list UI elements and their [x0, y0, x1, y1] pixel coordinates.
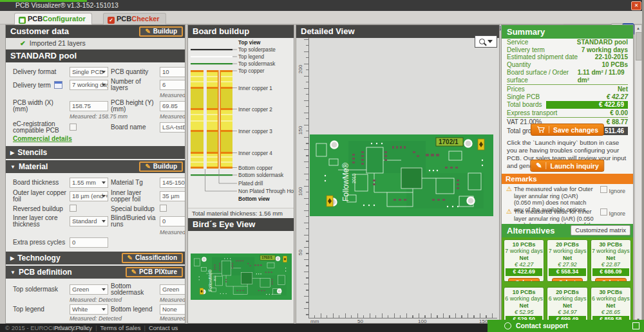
- wand-icon: ✎: [128, 254, 133, 261]
- top-soldermask-select[interactable]: Green: [70, 284, 108, 295]
- field-label: Top soldermask: [13, 286, 67, 293]
- pcb-width-input[interactable]: 158.75: [70, 101, 108, 111]
- top-legend-select[interactable]: White: [70, 304, 108, 315]
- buildup-button[interactable]: ✎Buildup: [139, 26, 183, 37]
- zoom-control[interactable]: [475, 35, 497, 48]
- stencils-section-header[interactable]: ▶Stencils: [6, 146, 185, 159]
- ignore-checkbox[interactable]: [600, 208, 607, 216]
- tab-pcb-configurator[interactable]: ▦PCBConfigurator: [14, 13, 92, 24]
- board-buildup-panel: Board buildup: [187, 24, 294, 324]
- alternatives-grid: 10 PCBs7 working daysNet€ 42.27€ 422.69S…: [502, 237, 633, 323]
- summary-panel: Summary ServiceSTANDARD pool Delivery te…: [501, 24, 634, 324]
- summary-row: Delivery term7 working days: [502, 46, 633, 54]
- select-button[interactable]: Select: [508, 278, 540, 282]
- divider: [549, 126, 549, 133]
- total-price-badge: € 422.69: [506, 268, 542, 276]
- checker-icon: ✓: [108, 17, 115, 24]
- save-changes-button[interactable]: Save changes: [531, 124, 604, 136]
- birdseye-view[interactable]: [188, 231, 294, 323]
- birdseye-pcb-image[interactable]: [191, 254, 292, 300]
- tab-label: Configurator: [43, 15, 86, 23]
- alternatives-header: Alternatives Customized matrix: [502, 224, 633, 237]
- ruler-horizontal-major-ticks: [308, 313, 497, 318]
- detailed-view-canvas[interactable]: 200 150 100 50 mm 50 100 150: [296, 38, 499, 324]
- scroll-up-icon[interactable]: ▲: [635, 26, 641, 30]
- pcb-pixture-button[interactable]: ✎PCB PIXture: [126, 267, 183, 277]
- delivery-format-select[interactable]: Single PCB: [70, 67, 108, 77]
- field-label: Blind/Buried via runs: [111, 215, 157, 228]
- delivery-term-select[interactable]: 7 working days: [70, 80, 108, 90]
- tab-label-prefix: PCB: [117, 15, 131, 23]
- tab-pcb-checker[interactable]: ✓PCBChecker: [103, 13, 166, 24]
- special-buildup-checkbox[interactable]: [160, 205, 167, 212]
- ec-registration-checkbox[interactable]: [70, 124, 77, 131]
- tab-label: Checker: [131, 15, 159, 23]
- select-button[interactable]: Select: [552, 278, 583, 282]
- field-label: Extra press cycles: [13, 239, 67, 246]
- ruler-tick-label: 50: [357, 318, 363, 324]
- material-section-header[interactable]: ▼Material ✎Buildup: [6, 160, 185, 173]
- measured-value: Measured: Not detected: [160, 316, 185, 322]
- ignore-checkbox[interactable]: [600, 186, 607, 193]
- inner-foil-select[interactable]: 35 µm: [160, 191, 185, 201]
- expanded-arrow-icon: ▼: [10, 164, 15, 170]
- vertical-scrollbar[interactable]: ▲ ▼: [634, 24, 642, 324]
- measured-value: Measured: 158.75 mm: [70, 114, 108, 120]
- cart-icon: [536, 126, 545, 133]
- divider: [545, 162, 546, 169]
- field-label: Material Tg: [111, 180, 157, 186]
- total-price-badge: € 558.34: [549, 268, 585, 276]
- technology-section-header[interactable]: ▶Technology ✎Classification: [6, 252, 185, 264]
- minimize-icon[interactable]: [632, 322, 639, 329]
- measured-value: Measured: 69.85 mm: [160, 114, 185, 120]
- field-label: PCB width (X) (mm): [13, 100, 67, 113]
- collapsed-arrow-icon: ▶: [10, 255, 14, 261]
- alternative-card: 20 PCBs6 working daysNet€ 34.97€ 699.49S…: [547, 287, 587, 324]
- privacy-policy-link[interactable]: Privacy Policy: [54, 324, 92, 331]
- layer-label: Top copper: [238, 68, 265, 74]
- material-tg-select[interactable]: 145-150 °C: [160, 178, 185, 188]
- total-boards-badge: € 422.69: [546, 101, 628, 109]
- layer-label: Bottom copper: [238, 165, 273, 171]
- launch-inquiry-button[interactable]: ✎ Launch inquiry: [530, 160, 604, 172]
- divider: [507, 117, 628, 118]
- commercial-details-link[interactable]: Commercial details: [13, 135, 72, 142]
- pcb-definition-section-header[interactable]: ▼PCB definition ✎PCB PIXture: [6, 266, 185, 279]
- layer-label: Top view: [238, 40, 261, 46]
- wand-icon: ✎: [145, 28, 150, 35]
- extra-press-input[interactable]: 0: [70, 237, 108, 248]
- support-icon: [504, 322, 511, 329]
- detailed-pcb-image[interactable]: [310, 134, 493, 216]
- close-icon[interactable]: ✕: [631, 1, 641, 10]
- field-label: Delivery format: [13, 69, 67, 75]
- classification-button[interactable]: ✎Classification: [122, 253, 183, 263]
- pencil-icon: ✎: [536, 161, 542, 170]
- material-buildup-button[interactable]: ✎Buildup: [139, 161, 183, 172]
- calendar-icon[interactable]: [54, 81, 62, 89]
- ruler-unit-label: mm: [310, 318, 319, 324]
- bottom-soldermask-select[interactable]: Green: [160, 284, 185, 295]
- via-runs-input[interactable]: 0: [160, 216, 185, 226]
- customer-data-header: Customer data ✎Buildup: [6, 25, 185, 38]
- bottom-legend-select[interactable]: None: [160, 304, 185, 315]
- board-thickness-select[interactable]: 1.55 mm: [70, 178, 108, 188]
- divider: [507, 84, 628, 85]
- outer-foil-select[interactable]: 18 µm (end +/-: [70, 191, 108, 201]
- customized-matrix-button[interactable]: Customized matrix: [571, 225, 630, 235]
- field-label: Special buildup: [111, 206, 157, 212]
- board-name-input[interactable]: LSA-tstEagle: [160, 122, 185, 133]
- terms-of-sales-link[interactable]: Terms of Sales: [100, 324, 141, 331]
- measured-value: Measured: Detected: [70, 316, 108, 322]
- buildup-diagram: Top view Top solderpaste Top legend Top …: [188, 38, 294, 208]
- select-button[interactable]: Select: [595, 278, 627, 282]
- pcb-height-input[interactable]: 69.85: [160, 101, 185, 111]
- field-label: Board thickness: [13, 180, 67, 186]
- scrollbar-thumb[interactable]: [636, 32, 642, 60]
- num-layers-select[interactable]: 6: [160, 80, 185, 90]
- contact-support-bar[interactable]: Contact support: [488, 320, 644, 332]
- reversed-buildup-checkbox[interactable]: [70, 205, 77, 212]
- layer-label: Top legend: [238, 54, 265, 60]
- contact-us-link[interactable]: Contact us: [149, 324, 178, 331]
- core-thickness-select[interactable]: Standard: [70, 216, 108, 226]
- pcb-quantity-input[interactable]: 10: [160, 67, 185, 77]
